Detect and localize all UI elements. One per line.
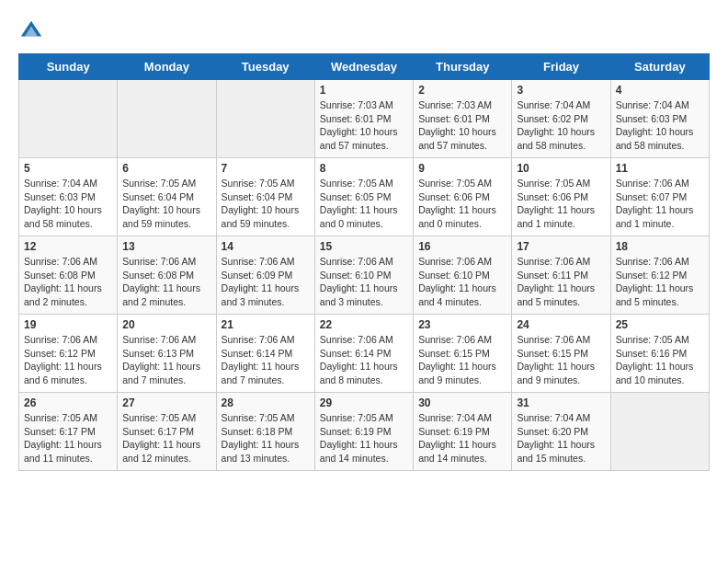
- calendar-cell: 6Sunrise: 7:05 AM Sunset: 6:04 PM Daylig…: [118, 158, 216, 236]
- day-info: Sunrise: 7:06 AM Sunset: 6:10 PM Dayligh…: [320, 255, 408, 309]
- weekday-header: Sunday: [19, 54, 118, 80]
- day-number: 8: [320, 162, 408, 175]
- calendar-cell: 11Sunrise: 7:06 AM Sunset: 6:07 PM Dayli…: [610, 158, 709, 236]
- day-number: 11: [616, 162, 704, 175]
- weekday-header: Wednesday: [314, 54, 413, 80]
- calendar-cell: 13Sunrise: 7:06 AM Sunset: 6:08 PM Dayli…: [118, 236, 216, 315]
- calendar-cell: 12Sunrise: 7:06 AM Sunset: 6:08 PM Dayli…: [19, 236, 118, 315]
- day-info: Sunrise: 7:06 AM Sunset: 6:14 PM Dayligh…: [222, 333, 310, 387]
- day-number: 4: [616, 84, 704, 97]
- calendar-cell: 15Sunrise: 7:06 AM Sunset: 6:10 PM Dayli…: [314, 236, 413, 315]
- day-info: Sunrise: 7:05 AM Sunset: 6:17 PM Dayligh…: [122, 411, 210, 465]
- day-info: Sunrise: 7:06 AM Sunset: 6:12 PM Dayligh…: [616, 255, 704, 309]
- day-number: 23: [418, 318, 506, 331]
- day-number: 14: [222, 240, 310, 253]
- calendar-cell: [216, 80, 314, 158]
- calendar-cell: 17Sunrise: 7:06 AM Sunset: 6:11 PM Dayli…: [512, 236, 610, 315]
- weekday-header: Tuesday: [216, 54, 314, 80]
- day-number: 19: [24, 318, 112, 331]
- day-info: Sunrise: 7:05 AM Sunset: 6:06 PM Dayligh…: [517, 177, 605, 231]
- day-info: Sunrise: 7:04 AM Sunset: 6:03 PM Dayligh…: [616, 98, 704, 153]
- calendar-cell: [19, 80, 118, 158]
- calendar-cell: 10Sunrise: 7:05 AM Sunset: 6:06 PM Dayli…: [512, 158, 610, 236]
- calendar-cell: 19Sunrise: 7:06 AM Sunset: 6:12 PM Dayli…: [19, 315, 118, 393]
- weekday-header: Friday: [512, 54, 610, 80]
- calendar-cell: 7Sunrise: 7:05 AM Sunset: 6:04 PM Daylig…: [216, 158, 314, 236]
- calendar-week-row: 19Sunrise: 7:06 AM Sunset: 6:12 PM Dayli…: [19, 315, 710, 393]
- calendar-cell: 8Sunrise: 7:05 AM Sunset: 6:05 PM Daylig…: [314, 158, 413, 236]
- calendar-cell: [118, 80, 216, 158]
- day-number: 28: [222, 396, 310, 409]
- day-number: 29: [320, 396, 408, 409]
- calendar-cell: 24Sunrise: 7:06 AM Sunset: 6:15 PM Dayli…: [512, 315, 610, 393]
- day-info: Sunrise: 7:05 AM Sunset: 6:16 PM Dayligh…: [616, 333, 704, 387]
- day-number: 18: [616, 240, 704, 253]
- day-info: Sunrise: 7:06 AM Sunset: 6:07 PM Dayligh…: [616, 177, 704, 231]
- day-number: 27: [122, 396, 210, 409]
- logo-icon: [18, 18, 44, 44]
- day-info: Sunrise: 7:05 AM Sunset: 6:18 PM Dayligh…: [222, 411, 310, 465]
- day-number: 2: [418, 84, 506, 97]
- calendar-week-row: 1Sunrise: 7:03 AM Sunset: 6:01 PM Daylig…: [19, 80, 710, 158]
- day-number: 10: [517, 162, 605, 175]
- calendar-cell: 23Sunrise: 7:06 AM Sunset: 6:15 PM Dayli…: [414, 315, 512, 393]
- day-info: Sunrise: 7:05 AM Sunset: 6:05 PM Dayligh…: [320, 177, 408, 231]
- calendar-cell: 4Sunrise: 7:04 AM Sunset: 6:03 PM Daylig…: [610, 80, 709, 158]
- day-info: Sunrise: 7:06 AM Sunset: 6:10 PM Dayligh…: [418, 255, 506, 309]
- day-info: Sunrise: 7:05 AM Sunset: 6:04 PM Dayligh…: [122, 177, 210, 231]
- day-number: 21: [222, 318, 310, 331]
- day-info: Sunrise: 7:06 AM Sunset: 6:08 PM Dayligh…: [122, 255, 210, 309]
- calendar-week-row: 12Sunrise: 7:06 AM Sunset: 6:08 PM Dayli…: [19, 236, 710, 315]
- calendar-week-row: 26Sunrise: 7:05 AM Sunset: 6:17 PM Dayli…: [19, 393, 710, 471]
- day-info: Sunrise: 7:06 AM Sunset: 6:09 PM Dayligh…: [222, 255, 310, 309]
- day-number: 9: [418, 162, 506, 175]
- calendar-cell: 5Sunrise: 7:04 AM Sunset: 6:03 PM Daylig…: [19, 158, 118, 236]
- day-number: 1: [320, 84, 408, 97]
- day-info: Sunrise: 7:04 AM Sunset: 6:03 PM Dayligh…: [24, 177, 112, 231]
- day-number: 25: [616, 318, 704, 331]
- calendar-cell: 21Sunrise: 7:06 AM Sunset: 6:14 PM Dayli…: [216, 315, 314, 393]
- weekday-header: Thursday: [414, 54, 512, 80]
- weekday-header: Monday: [118, 54, 216, 80]
- calendar-cell: 29Sunrise: 7:05 AM Sunset: 6:19 PM Dayli…: [314, 393, 413, 471]
- day-number: 7: [222, 162, 310, 175]
- calendar-cell: 31Sunrise: 7:04 AM Sunset: 6:20 PM Dayli…: [512, 393, 610, 471]
- day-number: 16: [418, 240, 506, 253]
- day-info: Sunrise: 7:06 AM Sunset: 6:12 PM Dayligh…: [24, 333, 112, 387]
- day-info: Sunrise: 7:05 AM Sunset: 6:04 PM Dayligh…: [222, 177, 310, 231]
- calendar-cell: 18Sunrise: 7:06 AM Sunset: 6:12 PM Dayli…: [610, 236, 709, 315]
- day-info: Sunrise: 7:04 AM Sunset: 6:20 PM Dayligh…: [517, 411, 605, 465]
- day-info: Sunrise: 7:03 AM Sunset: 6:01 PM Dayligh…: [320, 98, 408, 153]
- calendar-cell: 3Sunrise: 7:04 AM Sunset: 6:02 PM Daylig…: [512, 80, 610, 158]
- calendar-cell: 9Sunrise: 7:05 AM Sunset: 6:06 PM Daylig…: [414, 158, 512, 236]
- calendar-cell: 26Sunrise: 7:05 AM Sunset: 6:17 PM Dayli…: [19, 393, 118, 471]
- day-number: 13: [122, 240, 210, 253]
- calendar-table: SundayMondayTuesdayWednesdayThursdayFrid…: [18, 53, 710, 471]
- day-number: 5: [24, 162, 112, 175]
- day-number: 15: [320, 240, 408, 253]
- day-number: 31: [517, 396, 605, 409]
- day-info: Sunrise: 7:05 AM Sunset: 6:17 PM Dayligh…: [24, 411, 112, 465]
- page-header: [18, 18, 710, 44]
- calendar-cell: 14Sunrise: 7:06 AM Sunset: 6:09 PM Dayli…: [216, 236, 314, 315]
- day-number: 24: [517, 318, 605, 331]
- weekday-header: Saturday: [610, 54, 709, 80]
- day-number: 12: [24, 240, 112, 253]
- day-info: Sunrise: 7:06 AM Sunset: 6:14 PM Dayligh…: [320, 333, 408, 387]
- logo: [18, 18, 48, 44]
- day-number: 26: [24, 396, 112, 409]
- calendar-cell: 30Sunrise: 7:04 AM Sunset: 6:19 PM Dayli…: [414, 393, 512, 471]
- day-info: Sunrise: 7:04 AM Sunset: 6:02 PM Dayligh…: [517, 98, 605, 153]
- calendar-cell: 1Sunrise: 7:03 AM Sunset: 6:01 PM Daylig…: [314, 80, 413, 158]
- day-info: Sunrise: 7:06 AM Sunset: 6:11 PM Dayligh…: [517, 255, 605, 309]
- calendar-cell: 16Sunrise: 7:06 AM Sunset: 6:10 PM Dayli…: [414, 236, 512, 315]
- day-info: Sunrise: 7:06 AM Sunset: 6:15 PM Dayligh…: [418, 333, 506, 387]
- calendar-cell: 2Sunrise: 7:03 AM Sunset: 6:01 PM Daylig…: [414, 80, 512, 158]
- calendar-cell: 20Sunrise: 7:06 AM Sunset: 6:13 PM Dayli…: [118, 315, 216, 393]
- day-info: Sunrise: 7:05 AM Sunset: 6:06 PM Dayligh…: [418, 177, 506, 231]
- calendar-cell: 28Sunrise: 7:05 AM Sunset: 6:18 PM Dayli…: [216, 393, 314, 471]
- day-info: Sunrise: 7:05 AM Sunset: 6:19 PM Dayligh…: [320, 411, 408, 465]
- day-number: 30: [418, 396, 506, 409]
- day-info: Sunrise: 7:03 AM Sunset: 6:01 PM Dayligh…: [418, 98, 506, 153]
- calendar-header: SundayMondayTuesdayWednesdayThursdayFrid…: [19, 54, 710, 80]
